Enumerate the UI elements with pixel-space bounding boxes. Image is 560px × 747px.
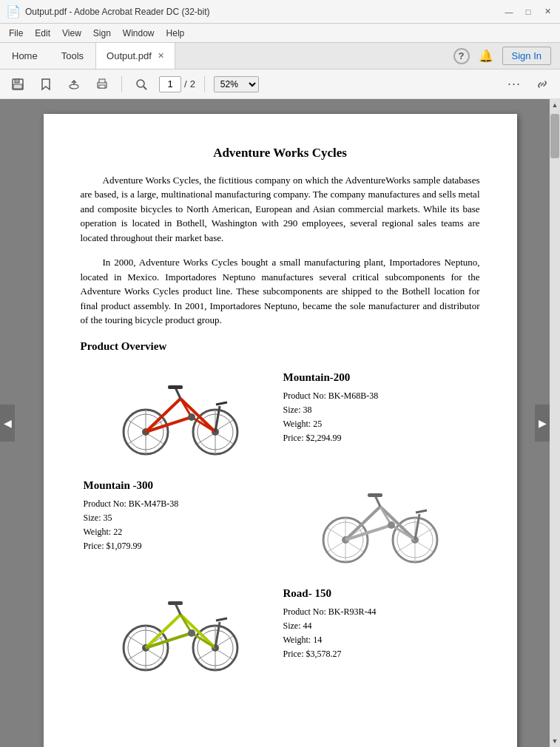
mountain300-image-container <box>280 471 480 572</box>
road150-product-no: BK-R93R-44 <box>328 606 377 617</box>
mountain200-product-no-label: Product No: <box>283 391 326 401</box>
svg-point-94 <box>188 629 195 637</box>
minimize-button[interactable]: — <box>502 5 516 18</box>
svg-point-66 <box>388 521 395 529</box>
svg-line-74 <box>128 636 144 646</box>
svg-line-37 <box>216 402 227 405</box>
more-options-button[interactable]: ··· <box>504 74 524 95</box>
tab-document[interactable]: Output.pdf ✕ <box>95 43 175 69</box>
svg-line-49 <box>348 542 363 552</box>
link-button[interactable] <box>532 74 553 95</box>
save-button[interactable] <box>7 74 28 95</box>
mountain200-info: Mountain-200 Product No: BK-M68B-38 Size… <box>280 363 480 464</box>
svg-line-77 <box>148 650 163 660</box>
svg-point-9 <box>137 80 144 87</box>
mountain300-product-no: BK-M47B-38 <box>129 498 178 509</box>
mountain200-size-label: Size: <box>283 405 301 415</box>
svg-marker-3 <box>42 79 50 89</box>
notifications-icon[interactable]: 🔔 <box>479 49 493 63</box>
svg-line-55 <box>417 542 433 552</box>
menu-file[interactable]: File <box>3 27 29 40</box>
zoom-control: 52% 75% 100% 125% 150% <box>214 76 259 92</box>
svg-line-18 <box>128 420 144 430</box>
svg-line-46 <box>328 528 343 538</box>
menu-help[interactable]: Help <box>161 27 191 40</box>
mountain300-weight-label: Weight: <box>84 527 112 537</box>
svg-line-81 <box>198 650 213 660</box>
svg-line-83 <box>217 650 233 660</box>
mountain300-size: 35 <box>104 513 112 523</box>
road150-size: 44 <box>303 621 312 631</box>
svg-rect-7 <box>99 79 105 83</box>
mountain200-name: Mountain-200 <box>283 369 477 386</box>
page-total: 2 <box>190 78 195 89</box>
page-separator: / <box>184 78 187 89</box>
mountain300-product-no-label: Product No: <box>84 498 126 509</box>
page-number-input[interactable] <box>159 76 181 92</box>
road150-weight: 14 <box>313 635 322 645</box>
menu-view[interactable]: View <box>56 27 87 40</box>
main-area: ◀ Adventure Works Cycles Adventure Works… <box>0 99 560 747</box>
tab-close-button[interactable]: ✕ <box>158 51 164 61</box>
road150-bike-image <box>118 585 243 674</box>
pdf-container: Adventure Works Cycles Adventure Works C… <box>0 99 560 747</box>
product-row-mountain200: Mountain-200 Product No: BK-M68B-38 Size… <box>81 363 480 464</box>
print-button[interactable] <box>92 74 112 95</box>
title-bar: 📄 Output.pdf - Adobe Acrobat Reader DC (… <box>0 0 560 24</box>
road150-size-label: Size: <box>283 621 301 631</box>
tab-right-controls: ? 🔔 Sign In <box>445 43 560 69</box>
upload-button[interactable] <box>64 74 84 95</box>
mountain300-price-label: Price: <box>84 541 104 551</box>
nav-arrow-left[interactable]: ◀ <box>0 405 15 442</box>
nav-arrow-right[interactable]: ▶ <box>535 405 550 442</box>
mountain300-price: $1,079.99 <box>107 541 142 551</box>
scrollbar-up-button[interactable]: ▲ <box>550 99 560 111</box>
product-row-road150: Road- 150 Product No: BK-R93R-44 Size: 4… <box>81 579 480 680</box>
tab-bar: Home Tools Output.pdf ✕ ? 🔔 Sign In <box>0 43 560 70</box>
mountain200-weight: 25 <box>313 419 322 429</box>
mountain300-size-label: Size: <box>84 513 101 523</box>
mountain200-bike-image <box>118 369 243 458</box>
scrollbar-down-button[interactable]: ▼ <box>550 735 560 747</box>
svg-point-38 <box>188 413 195 421</box>
pdf-title: Adventure Works Cycles <box>81 143 480 163</box>
road150-image-container <box>81 579 280 680</box>
zoom-select[interactable]: 52% 75% 100% 125% 150% <box>214 76 259 92</box>
mountain200-image-container <box>81 363 280 464</box>
svg-rect-8 <box>99 85 105 88</box>
mountain300-info: Mountain -300 Product No: BK-M47B-38 Siz… <box>81 471 280 572</box>
maximize-button[interactable]: □ <box>522 5 535 18</box>
road150-product-no-label: Product No: <box>283 606 326 617</box>
toolbar-separator-1 <box>121 76 122 92</box>
scrollbar-thumb[interactable] <box>550 114 559 158</box>
svg-rect-2 <box>13 84 22 89</box>
tab-tools[interactable]: Tools <box>50 43 95 69</box>
scrollbar: ▲ ▼ <box>550 99 560 747</box>
help-icon[interactable]: ? <box>453 48 470 64</box>
bookmark-button[interactable] <box>36 74 56 95</box>
mountain300-name: Mountain -300 <box>84 477 277 494</box>
svg-line-19 <box>128 434 144 444</box>
svg-line-56 <box>417 528 433 538</box>
pdf-paragraph-1: Adventure Works Cycles, the fictitious c… <box>81 173 480 246</box>
tab-home[interactable]: Home <box>0 43 50 69</box>
menu-window[interactable]: Window <box>117 27 161 40</box>
window-title: Output.pdf - Adobe Acrobat Reader DC (32… <box>25 7 502 17</box>
pdf-paragraph-2: In 2000, Adventure Works Cycles bought a… <box>81 255 480 328</box>
tab-document-label: Output.pdf <box>107 50 152 61</box>
product-row-mountain300: Mountain -300 Product No: BK-M47B-38 Siz… <box>81 471 480 572</box>
road150-price-label: Price: <box>283 649 304 659</box>
menu-edit[interactable]: Edit <box>29 27 56 40</box>
menu-sign[interactable]: Sign <box>87 27 117 40</box>
zoom-button[interactable] <box>131 74 152 95</box>
menu-bar: File Edit View Sign Window Help <box>0 24 560 43</box>
svg-line-65 <box>416 510 427 513</box>
svg-line-27 <box>217 434 233 444</box>
svg-line-21 <box>148 434 163 444</box>
svg-line-34 <box>175 388 181 399</box>
close-button[interactable]: ✕ <box>541 5 554 18</box>
signin-button[interactable]: Sign In <box>502 47 551 65</box>
svg-line-90 <box>175 604 181 615</box>
road150-info: Road- 150 Product No: BK-R93R-44 Size: 4… <box>280 579 480 680</box>
svg-line-28 <box>217 420 233 430</box>
